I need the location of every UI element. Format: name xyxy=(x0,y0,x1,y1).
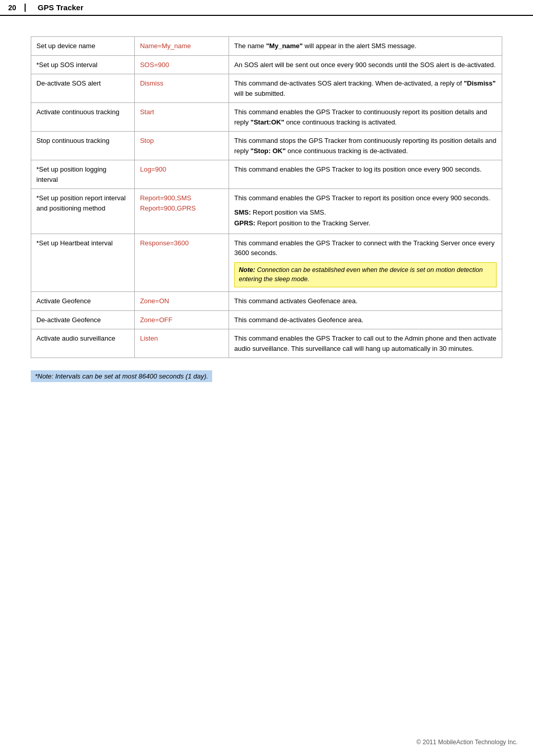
table-row: *Set up SOS intervalSOS=900An SOS alert … xyxy=(31,55,502,74)
function-cell: De-activate SOS alert xyxy=(31,74,135,103)
table-row: Activate continuous trackingStartThis co… xyxy=(31,103,502,132)
command-cell: Listen xyxy=(135,329,229,358)
description-cell: This command enables the GPS Tracker to … xyxy=(229,189,502,234)
page-header: 20 GPS Tracker xyxy=(0,0,533,16)
description-cell: This command de-activates SOS alert trac… xyxy=(229,74,502,103)
table-row: *Set up position logging intervalLog=900… xyxy=(31,160,502,189)
description-cell: This command de-activates Geofence area. xyxy=(229,310,502,329)
content-area: Set up device nameName=My_nameThe name "… xyxy=(0,16,533,413)
table-row: *Set up Heartbeat intervalResponse=3600T… xyxy=(31,234,502,292)
description-cell: This command enables the GPS Tracker to … xyxy=(229,103,502,132)
commands-table: Set up device nameName=My_nameThe name "… xyxy=(31,36,502,358)
function-cell: De-activate Geofence xyxy=(31,310,135,329)
command-cell: Stop xyxy=(135,132,229,160)
page-title: GPS Tracker xyxy=(38,3,84,12)
table-row: Activate GeofenceZone=ONThis command act… xyxy=(31,292,502,311)
description-cell: The name "My_name" will appear in the al… xyxy=(229,37,502,56)
function-cell: *Set up position report interval and pos… xyxy=(31,189,135,234)
description-cell: This command enables the GPS Tracker to … xyxy=(229,160,502,189)
page-number: 20 xyxy=(8,4,26,12)
command-cell: Dismiss xyxy=(135,74,229,103)
footer-note: *Note: Intervals can be set at most 8640… xyxy=(31,370,212,382)
page-footer: © 2011 MobileAction Technology Inc. xyxy=(417,739,518,746)
function-cell: Stop continuous tracking xyxy=(31,132,135,160)
description-cell: This command stops the GPS Tracker from … xyxy=(229,132,502,160)
command-cell: Zone=OFF xyxy=(135,310,229,329)
command-cell: SOS=900 xyxy=(135,55,229,74)
function-cell: *Set up SOS interval xyxy=(31,55,135,74)
command-cell: Zone=ON xyxy=(135,292,229,311)
function-cell: *Set up position logging interval xyxy=(31,160,135,189)
description-cell: This command enables the GPS Tracker to … xyxy=(229,329,502,358)
function-cell: Set up device name xyxy=(31,37,135,56)
note-box: Note: Connection can be established even… xyxy=(234,262,497,288)
table-row: *Set up position report interval and pos… xyxy=(31,189,502,234)
table-row: De-activate GeofenceZone=OFFThis command… xyxy=(31,310,502,329)
function-cell: Activate audio surveillance xyxy=(31,329,135,358)
command-cell: Log=900 xyxy=(135,160,229,189)
description-cell: This command enables the GPS Tracker to … xyxy=(229,234,502,292)
table-row: Set up device nameName=My_nameThe name "… xyxy=(31,37,502,56)
table-row: De-activate SOS alertDismissThis command… xyxy=(31,74,502,103)
description-cell: This command activates Geofenace area. xyxy=(229,292,502,311)
function-cell: Activate Geofence xyxy=(31,292,135,311)
table-row: Stop continuous trackingStopThis command… xyxy=(31,132,502,160)
command-cell: Report=900,SMSReport=900,GPRS xyxy=(135,189,229,234)
command-cell: Start xyxy=(135,103,229,132)
command-cell: Name=My_name xyxy=(135,37,229,56)
table-row: Activate audio surveillanceListenThis co… xyxy=(31,329,502,358)
function-cell: Activate continuous tracking xyxy=(31,103,135,132)
function-cell: *Set up Heartbeat interval xyxy=(31,234,135,292)
description-cell: An SOS alert will be sent out once every… xyxy=(229,55,502,74)
command-cell: Response=3600 xyxy=(135,234,229,292)
